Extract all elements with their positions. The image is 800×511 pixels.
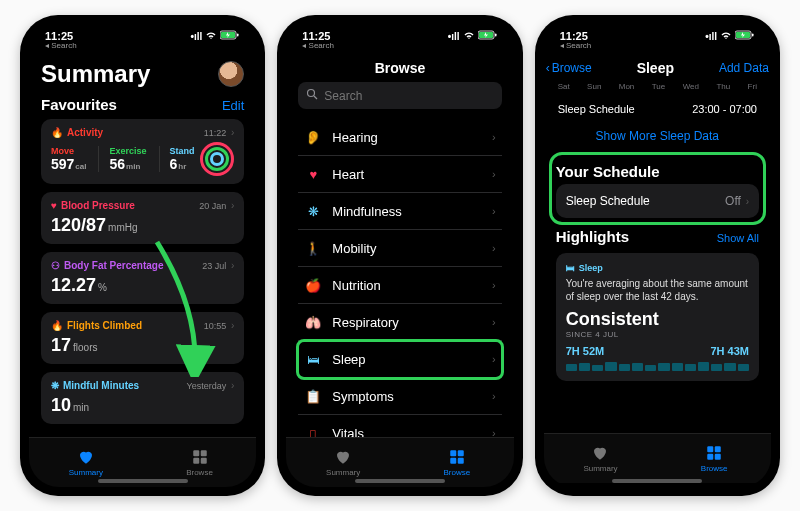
heart-icon: ♥ (304, 165, 322, 183)
sleep-bars-chart (566, 361, 749, 371)
show-all-link[interactable]: Show All (717, 232, 759, 244)
notch (602, 15, 712, 37)
search-field[interactable] (298, 82, 501, 109)
chevron-right-icon: › (492, 427, 496, 437)
browse-item-vitals[interactable]: ⎍Vitals› (298, 415, 501, 437)
back-to-search[interactable]: ◂ Search (560, 42, 592, 51)
profile-avatar[interactable] (218, 61, 244, 87)
flights-climbed-card[interactable]: 🔥Flights Climbed10:55 › 17floors (41, 312, 244, 364)
mindfulness-icon: ❋ (51, 380, 59, 391)
svg-rect-12 (450, 450, 456, 456)
svg-rect-20 (715, 446, 721, 452)
svg-rect-14 (450, 458, 456, 464)
svg-rect-19 (707, 446, 713, 452)
mindful-minutes-card[interactable]: ❋Mindful MinutesYesterday › 10min (41, 372, 244, 424)
battery-icon (735, 30, 755, 42)
svg-rect-6 (200, 458, 206, 464)
browse-item-label: Heart (332, 167, 364, 182)
browse-item-label: Vitals (332, 426, 364, 438)
body-fat-label: ⚇Body Fat Percentage (51, 260, 163, 271)
sleep-schedule-info: Sleep Schedule 23:00 - 07:00 (556, 97, 759, 121)
battery-icon (220, 30, 240, 42)
browse-item-label: Hearing (332, 130, 378, 145)
page-title: Browse (286, 56, 513, 82)
browse-item-label: Symptoms (332, 389, 393, 404)
activity-label: 🔥Activity (51, 127, 103, 138)
browse-item-nutrition[interactable]: 🍎Nutrition› (298, 267, 501, 304)
activity-card[interactable]: 🔥Activity 11:22 › Move597cal Exercise56m… (41, 119, 244, 184)
apple-icon: 🍎 (304, 276, 322, 294)
svg-rect-21 (707, 454, 713, 460)
tab-browse[interactable]: Browse (657, 434, 771, 483)
svg-line-11 (314, 96, 317, 99)
blood-pressure-card[interactable]: ♥Blood Pressure20 Jan › 120/87mmHg (41, 192, 244, 244)
your-schedule-header: Your Schedule (556, 163, 660, 180)
browse-item-label: Nutrition (332, 278, 380, 293)
svg-rect-18 (752, 34, 754, 37)
chevron-right-icon: › (743, 196, 749, 207)
lungs-icon: 🫁 (304, 313, 322, 331)
home-indicator[interactable] (355, 479, 445, 483)
back-to-search[interactable]: ◂ Search (45, 42, 77, 51)
phone-sleep: 11:25◂ Search •ıll ‹ Browse Sleep Add Da… (535, 15, 780, 496)
tab-summary[interactable]: Summary (544, 434, 658, 483)
body-fat-card[interactable]: ⚇Body Fat Percentage23 Jul › 12.27% (41, 252, 244, 304)
tab-bar: Summary Browse (544, 433, 771, 483)
browse-item-hearing[interactable]: 👂Hearing› (298, 119, 501, 156)
grid-icon (190, 448, 210, 466)
day-label: Fri (748, 82, 757, 91)
browse-item-respiratory[interactable]: 🫁Respiratory› (298, 304, 501, 341)
highlight-card[interactable]: 🛏Sleep You're averaging about the same a… (556, 253, 759, 381)
heart-filled-icon (333, 448, 353, 466)
chevron-right-icon: › (492, 316, 496, 328)
svg-rect-9 (495, 34, 497, 37)
back-to-search[interactable]: ◂ Search (302, 42, 334, 51)
svg-rect-13 (458, 450, 464, 456)
browse-item-mobility[interactable]: 🚶Mobility› (298, 230, 501, 267)
phone-summary: 11:25 ◂ Search •ıll Summary Favourites E… (20, 15, 265, 496)
svg-rect-15 (458, 458, 464, 464)
browse-item-label: Sleep (332, 352, 365, 367)
edit-button[interactable]: Edit (222, 98, 244, 113)
blood-pressure-label: ♥Blood Pressure (51, 200, 135, 211)
chevron-right-icon: › (228, 127, 234, 138)
flights-label: 🔥Flights Climbed (51, 320, 142, 331)
chevron-right-icon: › (228, 260, 234, 271)
show-more-sleep-data-link[interactable]: Show More Sleep Data (556, 121, 759, 153)
browse-item-sleep[interactable]: 🛏Sleep› (298, 341, 501, 378)
svg-rect-3 (193, 450, 199, 456)
browse-list: 👂Hearing›♥Heart›❋Mindfulness›🚶Mobility›🍎… (298, 119, 501, 437)
browse-item-label: Mindfulness (332, 204, 401, 219)
browse-item-symptoms[interactable]: 📋Symptoms› (298, 378, 501, 415)
figure-icon: 🚶 (304, 239, 322, 257)
flower-icon: ❋ (304, 202, 322, 220)
chevron-right-icon: › (228, 380, 234, 391)
browse-item-label: Mobility (332, 241, 376, 256)
chevron-right-icon: › (228, 200, 234, 211)
bed-icon: 🛏 (304, 350, 322, 368)
phone-browse: 11:25◂ Search •ıll Browse 👂Hearing›♥Hear… (277, 15, 522, 496)
clipboard-icon: 📋 (304, 387, 322, 405)
flame-icon: 🔥 (51, 127, 63, 138)
chevron-right-icon: › (492, 279, 496, 291)
notch (345, 15, 455, 37)
svg-rect-2 (237, 34, 239, 37)
add-data-button[interactable]: Add Data (719, 61, 769, 75)
search-input[interactable] (324, 89, 493, 103)
chevron-right-icon: › (228, 320, 234, 331)
waveform-icon: ⎍ (304, 424, 322, 437)
sleep-schedule-card[interactable]: Sleep Schedule Off › (556, 184, 759, 218)
flame-icon: 🔥 (51, 320, 63, 331)
chevron-right-icon: › (492, 168, 496, 180)
heart-icon: ♥ (51, 200, 57, 211)
wifi-icon (720, 31, 732, 42)
grid-icon (447, 448, 467, 466)
chevron-right-icon: › (492, 131, 496, 143)
home-indicator[interactable] (612, 479, 702, 483)
heart-filled-icon (590, 444, 610, 462)
back-button[interactable]: ‹ Browse (546, 61, 592, 75)
browse-item-mindfulness[interactable]: ❋Mindfulness› (298, 193, 501, 230)
svg-rect-5 (193, 458, 199, 464)
browse-item-heart[interactable]: ♥Heart› (298, 156, 501, 193)
home-indicator[interactable] (98, 479, 188, 483)
